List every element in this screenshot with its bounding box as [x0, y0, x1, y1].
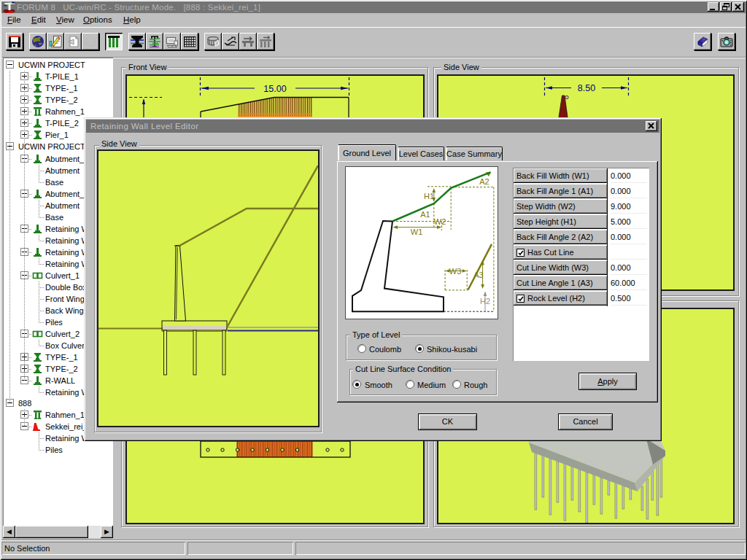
svg-text:A1: A1	[420, 210, 430, 219]
svg-text:A2: A2	[479, 177, 489, 186]
svg-text:W3: W3	[449, 267, 462, 276]
svg-text:8.50: 8.50	[578, 83, 595, 93]
svg-text:15.00: 15.00	[263, 84, 286, 94]
svg-text:H2: H2	[480, 297, 490, 306]
svg-text:W1: W1	[411, 228, 423, 236]
svg-text:W2: W2	[434, 217, 446, 226]
svg-text:H1: H1	[424, 192, 434, 201]
